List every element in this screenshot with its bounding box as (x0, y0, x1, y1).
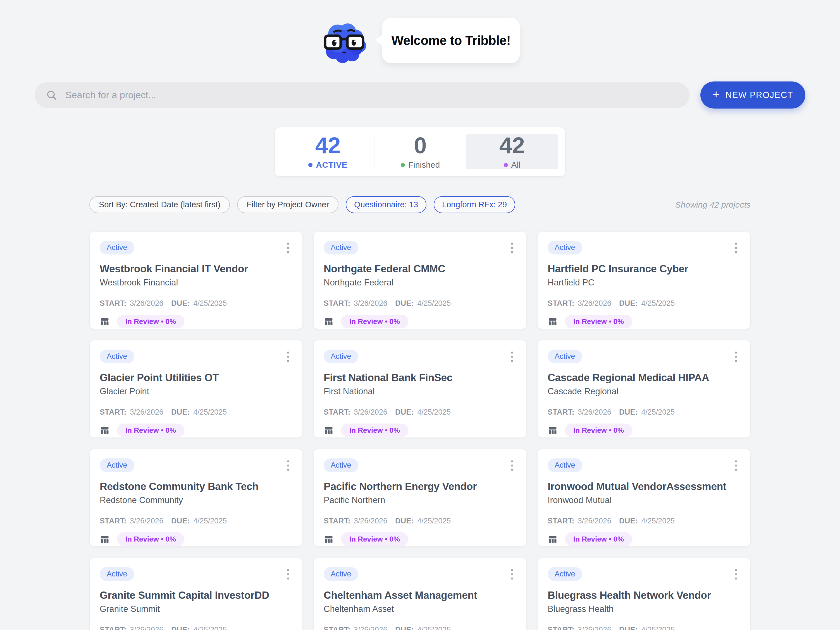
project-company: Glacier Point (100, 386, 292, 397)
project-title: Redstone Community Bank Tech (100, 481, 292, 493)
project-card[interactable]: Active Redstone Community Bank Tech Reds… (89, 449, 303, 547)
project-card[interactable]: Active Bluegrass Health Network Vendor B… (537, 558, 751, 630)
project-card[interactable]: Active Granite Summit Capital InvestorDD… (89, 558, 303, 630)
project-card[interactable]: Active Hartfield PC Insurance Cyber Hart… (537, 231, 751, 329)
search-input[interactable] (65, 89, 679, 101)
project-dates: START: 3/26/2026 DUE: 4/25/2025 (100, 517, 292, 525)
project-card[interactable]: Active First National Bank FinSec First … (313, 340, 527, 438)
new-project-label: NEW PROJECT (725, 90, 793, 100)
due-label: DUE: (619, 299, 638, 308)
status-badge: Active (548, 458, 582, 472)
project-title: First National Bank FinSec (324, 372, 516, 384)
longform-rfx-chip[interactable]: Longform RFx: 29 (434, 196, 515, 213)
start-label: START: (100, 408, 126, 417)
search-bar[interactable] (35, 82, 690, 108)
start-label: START: (100, 299, 126, 308)
start-date: 3/26/2026 (354, 625, 387, 630)
project-card[interactable]: Active Westbrook Financial IT Vendor Wes… (89, 231, 303, 329)
kebab-menu-icon[interactable] (730, 567, 742, 581)
table-icon (100, 425, 110, 436)
start-date: 3/26/2026 (578, 517, 611, 525)
due-date: 4/25/2025 (641, 625, 675, 630)
status-badge: Active (548, 567, 582, 581)
due-label: DUE: (171, 408, 190, 417)
progress-badge: In Review • 0% (117, 424, 184, 437)
start-date: 3/26/2026 (578, 408, 611, 417)
start-date: 3/26/2026 (130, 625, 163, 630)
questionnaire-chip[interactable]: Questionnaire: 13 (346, 196, 426, 213)
kebab-menu-icon[interactable] (730, 350, 742, 364)
due-date: 4/25/2025 (417, 517, 451, 525)
status-badge: Active (548, 350, 582, 363)
due-date: 4/25/2025 (193, 517, 227, 525)
kebab-menu-icon[interactable] (282, 241, 294, 255)
welcome-text: Welcome to Tribble! (392, 33, 511, 48)
kebab-menu-icon[interactable] (282, 567, 294, 581)
project-card[interactable]: Active Ironwood Mutual VendorAssessment … (537, 449, 751, 547)
project-company: First National (324, 386, 516, 397)
project-dates: START: 3/26/2026 DUE: 4/25/2025 (548, 408, 740, 417)
project-card[interactable]: Active Northgate Federal CMMC Northgate … (313, 231, 527, 329)
project-company: Northgate Federal (324, 277, 516, 288)
project-title: Cheltenham Asset Management (324, 589, 516, 601)
kebab-menu-icon[interactable] (730, 241, 742, 255)
project-company: Hartfield PC (548, 277, 740, 288)
project-title: Hartfield PC Insurance Cyber (548, 263, 740, 275)
table-icon (324, 534, 334, 544)
stat-active-value: 42 (315, 134, 341, 157)
status-badge: Active (548, 241, 582, 254)
kebab-menu-icon[interactable] (506, 350, 518, 364)
project-grid: Active Westbrook Financial IT Vendor Wes… (89, 231, 751, 630)
due-date: 4/25/2025 (641, 299, 675, 308)
start-label: START: (548, 517, 575, 525)
start-date: 3/26/2026 (354, 517, 387, 525)
start-label: START: (324, 517, 351, 525)
start-label: START: (548, 408, 575, 417)
status-badge: Active (100, 458, 134, 472)
kebab-menu-icon[interactable] (506, 241, 518, 255)
due-date: 4/25/2025 (417, 625, 451, 630)
kebab-menu-icon[interactable] (282, 458, 294, 472)
new-project-button[interactable]: + NEW PROJECT (700, 82, 805, 109)
stat-finished-label: Finished (408, 160, 440, 170)
project-dates: START: 3/26/2026 DUE: 4/25/2025 (324, 517, 516, 525)
project-dates: START: 3/26/2026 DUE: 4/25/2025 (100, 299, 292, 308)
active-dot-icon (308, 163, 313, 167)
project-card[interactable]: Active Glacier Point Utilities OT Glacie… (89, 340, 303, 438)
project-company: Bluegrass Health (548, 604, 740, 614)
project-title: Cascade Regional Medical HIPAA (548, 372, 740, 384)
project-dates: START: 3/26/2026 DUE: 4/25/2025 (548, 517, 740, 525)
kebab-menu-icon[interactable] (506, 567, 518, 581)
project-title: Granite Summit Capital InvestorDD (100, 589, 292, 601)
progress-badge: In Review • 0% (117, 532, 184, 546)
stat-all-label: All (511, 160, 521, 170)
progress-badge: In Review • 0% (341, 424, 408, 437)
stat-active[interactable]: 42 ACTIVE (282, 134, 374, 169)
due-label: DUE: (619, 517, 638, 525)
sort-by-chip[interactable]: Sort By: Created Date (latest first) (89, 196, 230, 213)
project-card[interactable]: Active Cascade Regional Medical HIPAA Ca… (537, 340, 751, 438)
kebab-menu-icon[interactable] (730, 458, 742, 472)
project-stats-card: 42 ACTIVE 0 Finished 42 All (275, 127, 565, 176)
stat-all[interactable]: 42 All (466, 134, 558, 169)
project-card[interactable]: Active Cheltenham Asset Management Chelt… (313, 558, 527, 630)
start-date: 3/26/2026 (578, 299, 611, 308)
project-dates: START: 3/26/2026 DUE: 4/25/2025 (324, 299, 516, 308)
start-label: START: (100, 625, 126, 630)
filter-owner-chip[interactable]: Filter by Project Owner (237, 196, 338, 213)
progress-badge: In Review • 0% (117, 315, 184, 328)
due-date: 4/25/2025 (417, 408, 451, 417)
due-label: DUE: (395, 299, 414, 308)
due-label: DUE: (171, 625, 190, 630)
filter-row: Sort By: Created Date (latest first) Fil… (89, 196, 751, 213)
stat-finished[interactable]: 0 Finished (374, 134, 466, 169)
due-date: 4/25/2025 (193, 408, 227, 417)
search-row: + NEW PROJECT (35, 82, 805, 109)
due-date: 4/25/2025 (641, 408, 675, 417)
project-card[interactable]: Active Pacific Northern Energy Vendor Pa… (313, 449, 527, 547)
due-date: 4/25/2025 (417, 299, 451, 308)
kebab-menu-icon[interactable] (282, 350, 294, 364)
start-date: 3/26/2026 (130, 299, 163, 308)
due-label: DUE: (395, 408, 414, 417)
kebab-menu-icon[interactable] (506, 458, 518, 472)
